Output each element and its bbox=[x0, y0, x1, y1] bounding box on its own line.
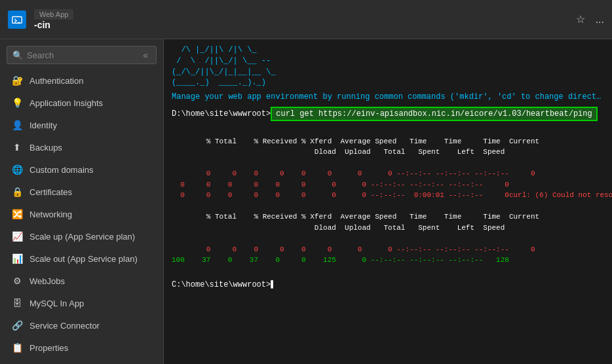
favorite-icon[interactable]: ☆ bbox=[576, 13, 585, 26]
more-icon[interactable]: ... bbox=[596, 14, 604, 26]
search-input[interactable] bbox=[27, 50, 136, 60]
curl-output: % Total % Received % Xferd Average Speed… bbox=[172, 125, 604, 276]
output-line4: 0 0 0 0 0 0 0 0 --:--:-- --:--:-- --:--:… bbox=[198, 246, 535, 253]
sidebar-item-properties[interactable]: 📋Properties bbox=[0, 337, 163, 359]
sidebar-item-authentication[interactable]: 🔐Authentication bbox=[0, 69, 163, 92]
output-line2: 0 0 0 0 0 0 0 0 --:--:-- --:--:-- --:--:… bbox=[172, 181, 509, 189]
breadcrumb: Web App bbox=[34, 9, 73, 20]
properties-icon: 📋 bbox=[11, 342, 23, 354]
cursor: ▌ bbox=[271, 280, 275, 289]
authentication-icon: 🔐 bbox=[11, 75, 23, 86]
networking-icon: 🔀 bbox=[11, 208, 23, 220]
sidebar-item-networking[interactable]: 🔀Networking bbox=[0, 203, 163, 225]
ascii-art: /\ |_/||\ /|\ \_ / \ /||\_/| \__ -- (_/\… bbox=[172, 45, 604, 88]
sidebar-label-mysql-in-app: MySQL In App bbox=[29, 299, 84, 308]
output-line3: 0 0 0 0 0 0 0 0 --:--:-- 0:00:01 --:--:-… bbox=[172, 191, 612, 199]
top-bar-actions: ☆ ... bbox=[576, 13, 604, 26]
final-prompt-text: C:\home\site\wwwroot> bbox=[172, 280, 271, 289]
sidebar-item-application-insights[interactable]: 💡Application Insights bbox=[0, 92, 163, 114]
output-header1: % Total % Received % Xferd Average Speed… bbox=[198, 137, 540, 145]
search-box[interactable]: 🔍 « bbox=[7, 46, 157, 64]
top-bar: Web App -cin ☆ ... bbox=[0, 0, 612, 39]
certificates-icon: 🔒 bbox=[11, 186, 23, 198]
command-line: D:\home\site\wwwroot> curl get https://e… bbox=[172, 107, 604, 121]
sidebar-label-custom-domains: Custom domains bbox=[29, 165, 94, 175]
sidebar-label-properties: Properties bbox=[29, 343, 68, 353]
final-prompt: C:\home\site\wwwroot>▌ bbox=[172, 280, 604, 289]
prompt: D:\home\site\wwwroot> bbox=[172, 109, 271, 118]
terminal-content[interactable]: /\ |_/||\ /|\ \_ / \ /||\_/| \__ -- (_/\… bbox=[164, 39, 612, 364]
custom-domains-icon: 🌐 bbox=[11, 164, 23, 175]
application-insights-icon: 💡 bbox=[11, 97, 23, 109]
output-line1: 0 0 0 0 0 0 0 0 --:--:-- --:--:-- --:--:… bbox=[198, 170, 535, 177]
sidebar-item-identity[interactable]: 👤Identity bbox=[0, 114, 163, 136]
page-title: -cin bbox=[34, 20, 73, 30]
sidebar-label-networking: Networking bbox=[29, 209, 72, 219]
service-connector-icon: 🔗 bbox=[11, 319, 23, 331]
sidebar-label-webjobs: WebJobs bbox=[29, 276, 65, 286]
sidebar-item-scale-up[interactable]: 📈Scale up (App Service plan) bbox=[0, 225, 163, 247]
output-header3: % Total % Received % Xferd Average Speed… bbox=[198, 213, 540, 221]
sidebar-label-scale-out: Scale out (App Service plan) bbox=[29, 254, 138, 264]
sidebar-label-authentication: Authentication bbox=[29, 76, 83, 86]
output-header2: Dload Upload Total Spent Left Speed bbox=[172, 148, 505, 156]
sidebar-item-custom-domains[interactable]: 🌐Custom domains bbox=[0, 158, 163, 181]
title-block: Web App -cin bbox=[34, 9, 73, 30]
manage-text: Manage your web app environment by runni… bbox=[172, 92, 604, 101]
sidebar-label-service-connector: Service Connector bbox=[29, 321, 100, 331]
collapse-button[interactable]: « bbox=[140, 50, 151, 60]
sidebar-item-certificates[interactable]: 🔒Certificates bbox=[0, 181, 163, 203]
sidebar-label-scale-up: Scale up (App Service plan) bbox=[29, 232, 135, 242]
scale-up-icon: 📈 bbox=[11, 230, 23, 242]
scale-out-icon: 📊 bbox=[11, 253, 23, 264]
main-layout: 🔍 « 🔐Authentication💡Application Insights… bbox=[0, 39, 612, 364]
svg-rect-0 bbox=[12, 16, 22, 23]
sidebar-item-scale-out[interactable]: 📊Scale out (App Service plan) bbox=[0, 247, 163, 270]
sidebar-label-backups: Backups bbox=[29, 143, 62, 153]
identity-icon: 👤 bbox=[11, 119, 23, 131]
nav-list: 🔐Authentication💡Application Insights👤Ide… bbox=[0, 69, 163, 359]
sidebar-label-identity: Identity bbox=[29, 120, 57, 130]
backups-icon: ⬆ bbox=[11, 141, 23, 153]
app-icon bbox=[8, 10, 26, 29]
output-line5: 100 37 0 37 0 0 125 0 --:--:-- --:--:-- … bbox=[172, 256, 509, 264]
sidebar-item-backups[interactable]: ⬆Backups bbox=[0, 136, 163, 158]
sidebar-item-service-connector[interactable]: 🔗Service Connector bbox=[0, 314, 163, 337]
sidebar-label-application-insights: Application Insights bbox=[29, 98, 103, 108]
sidebar-label-certificates: Certificates bbox=[29, 187, 72, 197]
mysql-in-app-icon: 🗄 bbox=[11, 297, 23, 309]
sidebar: 🔍 « 🔐Authentication💡Application Insights… bbox=[0, 39, 164, 364]
search-icon: 🔍 bbox=[12, 50, 23, 60]
output-header4: Dload Upload Total Spent Left Speed bbox=[172, 224, 505, 232]
command: curl get https://einv-apisandbox.nic.in/… bbox=[271, 107, 597, 121]
sidebar-item-webjobs[interactable]: ⚙WebJobs bbox=[0, 270, 163, 292]
webjobs-icon: ⚙ bbox=[11, 275, 23, 287]
sidebar-item-mysql-in-app[interactable]: 🗄MySQL In App bbox=[0, 292, 163, 314]
